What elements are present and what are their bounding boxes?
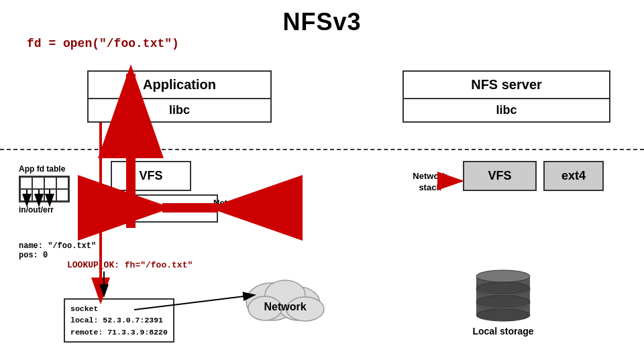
app-fd-table: App fd table in/out/err [19,164,70,215]
application-box: Application [87,70,272,99]
fd-table-label: App fd table [19,164,70,174]
network-stack-left-label: Network stack [213,198,272,209]
libc-box-right: libc [402,99,610,123]
local-storage-label: Local storage [470,326,537,337]
libc-box-left: libc [87,99,272,123]
local-storage: Local storage [470,261,537,337]
svg-point-8 [476,309,530,321]
nfs-server-box: NFS server [402,70,610,99]
page-title: NFSv3 [0,0,644,36]
network-stack-right-label: Networkstack [407,171,453,194]
vfs-box-left: VFS [111,161,191,191]
fd-cell [56,177,68,189]
fd-cell [32,189,44,201]
network-cloud: Network [238,265,332,325]
ext4-box: ext4 [543,161,604,191]
in-out-err-label: in/out/err [19,205,70,215]
socket-label: socket [70,303,168,314]
fd-cell [20,189,32,201]
fd-cell [44,189,56,201]
fd-cell [56,189,68,201]
vfs-box-right: VFS [463,161,537,191]
storage-cylinders [470,261,537,322]
fd-cell [20,177,32,189]
lookup-ok-label: LOOKUP_OK: fh="/foo.txt" [67,260,193,270]
svg-point-14 [476,282,530,294]
svg-text:Network: Network [264,301,306,312]
name-pos-label: name: "/foo.txt" pos: 0 [19,241,96,260]
svg-point-13 [476,270,530,282]
fd-cell [32,177,44,189]
socket-info-box: socket local: 52.3.0.7:2391 remote: 71.3… [64,298,174,343]
socket-local: local: 52.3.0.7:2391 [70,314,168,326]
kernel-boundary-line [0,149,644,150]
fd-cell [44,177,56,189]
socket-remote: remote: 71.3.3.9:8220 [70,326,168,338]
nfs-client-box: NFS client [111,194,218,223]
fd-open-call: fd = open("/foo.txt") [27,37,179,50]
svg-point-11 [476,296,530,308]
